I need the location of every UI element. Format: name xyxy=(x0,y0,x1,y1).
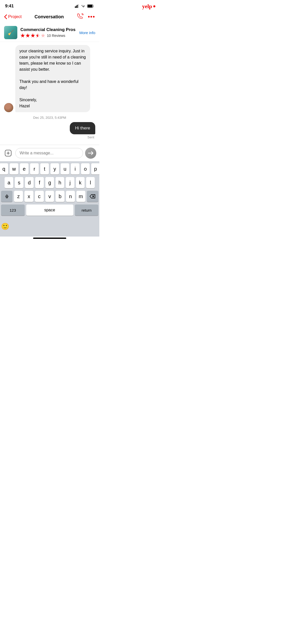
key-k[interactable]: k xyxy=(76,177,85,188)
bottom-bar: 🙂 xyxy=(0,219,99,237)
keyboard-row-3: z x c v b n m xyxy=(1,191,98,202)
battery-icon xyxy=(87,4,94,8)
key-p[interactable]: p xyxy=(91,163,99,174)
back-label: Project xyxy=(8,14,22,19)
sent-label: Sent xyxy=(4,135,95,139)
star-2 xyxy=(25,33,30,38)
key-w[interactable]: w xyxy=(10,163,18,174)
wifi-icon xyxy=(81,5,86,8)
send-button[interactable] xyxy=(85,148,96,159)
status-icons xyxy=(75,4,94,8)
delete-key[interactable] xyxy=(87,191,98,202)
timestamp-text: Dec 25, 2023, 5:43PM xyxy=(33,116,66,120)
message-timestamp: Dec 25, 2023, 5:43PM xyxy=(4,116,95,120)
back-button[interactable]: Project xyxy=(4,14,22,19)
key-q[interactable]: q xyxy=(0,163,8,174)
key-c[interactable]: c xyxy=(35,191,44,202)
key-n[interactable]: n xyxy=(66,191,75,202)
svg-rect-1 xyxy=(76,6,77,8)
more-info-button[interactable]: More info xyxy=(79,31,95,35)
outgoing-message-row: Hi there xyxy=(4,122,95,134)
status-bar: 9:41 yelp ✸ xyxy=(0,0,99,11)
emoji-button[interactable]: 🙂 xyxy=(0,221,10,231)
space-key[interactable]: space xyxy=(26,204,73,216)
svg-rect-5 xyxy=(88,5,92,7)
key-m[interactable]: m xyxy=(76,191,85,202)
key-d[interactable]: d xyxy=(25,177,34,188)
star-rating xyxy=(20,33,45,38)
key-x[interactable]: x xyxy=(24,191,33,202)
key-t[interactable]: t xyxy=(40,163,49,174)
status-time: 9:41 xyxy=(5,4,14,9)
business-header: Commercial Cleaning Pros 10 Reviews More xyxy=(0,23,99,42)
business-name: Commercial Cleaning Pros xyxy=(20,27,79,32)
key-i[interactable]: i xyxy=(71,163,79,174)
nav-title: Conversation xyxy=(34,14,64,20)
key-v[interactable]: v xyxy=(45,191,54,202)
attach-button[interactable] xyxy=(3,148,13,158)
chat-area: your cleaning service inquiry. Just in c… xyxy=(0,42,99,145)
message-input[interactable] xyxy=(15,148,83,158)
numbers-key[interactable]: 123 xyxy=(1,204,25,216)
key-e[interactable]: e xyxy=(20,163,29,174)
svg-rect-3 xyxy=(78,4,79,8)
nav-actions: ••• xyxy=(77,13,95,21)
nav-bar: Project Conversation ••• xyxy=(0,11,99,23)
key-j[interactable]: j xyxy=(66,177,74,188)
business-info: Commercial Cleaning Pros 10 Reviews xyxy=(20,27,79,38)
key-h[interactable]: h xyxy=(56,177,64,188)
svg-rect-2 xyxy=(77,5,78,8)
sender-avatar xyxy=(4,103,13,112)
return-key[interactable]: return xyxy=(75,204,99,216)
key-s[interactable]: s xyxy=(15,177,23,188)
key-u[interactable]: u xyxy=(61,163,69,174)
keyboard-row-4: 123 space return xyxy=(1,204,98,216)
key-l[interactable]: l xyxy=(86,177,95,188)
keyboard-row-1: q w e r t y u i o p xyxy=(1,163,98,174)
star-4-half xyxy=(36,33,40,38)
keyboard: q w e r t y u i o p a s d f g h j k l z … xyxy=(0,161,99,219)
key-b[interactable]: b xyxy=(56,191,64,202)
home-indicator xyxy=(33,238,66,239)
reviews-count: 10 Reviews xyxy=(47,34,65,38)
more-options-button[interactable]: ••• xyxy=(88,13,95,20)
star-3 xyxy=(31,33,35,38)
keyboard-row-2: a s d f g h j k l xyxy=(1,177,98,188)
outgoing-message-text: Hi there xyxy=(75,126,90,130)
key-y[interactable]: y xyxy=(50,163,59,174)
key-z[interactable]: z xyxy=(14,191,23,202)
star-5-empty xyxy=(41,33,45,38)
key-a[interactable]: a xyxy=(5,177,13,188)
call-button[interactable] xyxy=(77,13,84,21)
key-r[interactable]: r xyxy=(30,163,39,174)
incoming-message-row: your cleaning service inquiry. Just in c… xyxy=(4,45,95,112)
incoming-message-text: your cleaning service inquiry. Just in c… xyxy=(19,49,86,108)
stars-row: 10 Reviews xyxy=(20,33,79,38)
key-o[interactable]: o xyxy=(81,163,90,174)
shift-key[interactable] xyxy=(1,191,12,202)
key-g[interactable]: g xyxy=(45,177,54,188)
key-f[interactable]: f xyxy=(35,177,44,188)
message-input-area xyxy=(0,145,99,161)
signal-icon xyxy=(75,4,79,8)
business-avatar xyxy=(4,26,17,39)
star-1 xyxy=(20,33,25,38)
svg-rect-9 xyxy=(6,197,8,198)
outgoing-message-bubble: Hi there xyxy=(70,122,95,134)
svg-rect-0 xyxy=(75,6,76,8)
incoming-message-bubble: your cleaning service inquiry. Just in c… xyxy=(15,45,90,112)
